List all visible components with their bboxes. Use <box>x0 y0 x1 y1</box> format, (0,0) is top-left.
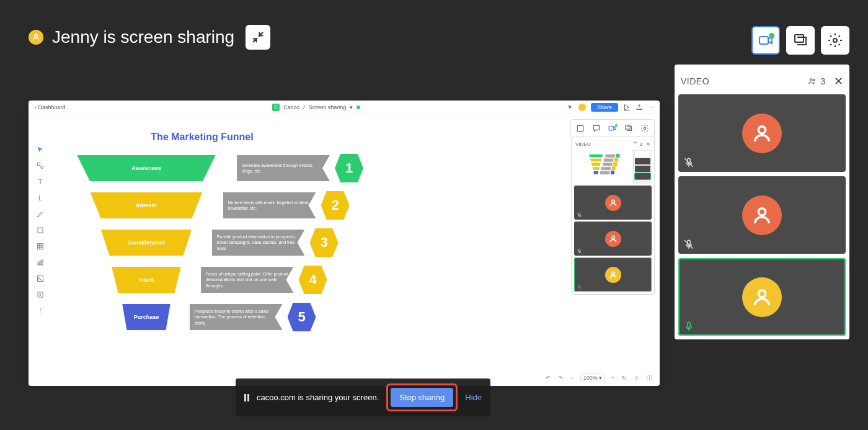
presenter-avatar <box>29 30 43 45</box>
svg-rect-14 <box>577 125 583 131</box>
inner-video-tile[interactable] <box>574 186 652 220</box>
present-button[interactable] <box>786 26 815 55</box>
stage-description: Generate awareness through events, blogs… <box>237 155 330 181</box>
sticky-tool[interactable] <box>33 223 47 237</box>
stage-label: Intent <box>106 267 187 293</box>
inner-video-tile[interactable] <box>574 258 652 292</box>
select-tool[interactable] <box>33 143 47 156</box>
gear-icon[interactable] <box>638 122 652 135</box>
sharing-status: cacoo.com is sharing your screen. <box>257 393 379 402</box>
sharing-status-text: Jenny is screen sharing <box>52 27 234 47</box>
inner-video-tile[interactable] <box>574 150 652 184</box>
chart-title: The Marketing Funnel <box>41 132 363 143</box>
video-tile[interactable] <box>678 176 846 254</box>
svg-point-12 <box>758 290 765 297</box>
svg-point-33 <box>611 236 614 239</box>
undo-icon[interactable]: ↶ <box>544 375 552 381</box>
close-video-panel[interactable]: ✕ <box>834 74 843 88</box>
zoom-level[interactable]: 100% ▾ <box>580 374 605 382</box>
redo-icon[interactable]: ↷ <box>557 375 564 381</box>
present-icon[interactable] <box>622 122 636 135</box>
settings-button[interactable] <box>821 26 849 55</box>
inner-participant-count: 3 <box>632 141 642 147</box>
user-avatar <box>742 114 782 153</box>
svg-rect-21 <box>38 244 43 249</box>
cacoo-logo: C <box>272 104 280 111</box>
image-tool[interactable] <box>33 272 47 285</box>
export-icon[interactable] <box>636 104 643 111</box>
table-tool[interactable] <box>33 240 47 253</box>
line-tool[interactable]: L <box>33 191 47 205</box>
svg-rect-37 <box>578 285 580 287</box>
funnel-stage: Intent Focus of unique selling point. Of… <box>106 266 363 294</box>
svg-rect-13 <box>688 322 691 327</box>
mic-icon <box>683 239 694 250</box>
stage-number: 3 <box>310 228 339 257</box>
stop-sharing-highlight: Stop sharing <box>386 383 458 411</box>
inner-video-panel: VIDEO 3 ✕ <box>571 137 655 295</box>
pen-tool[interactable] <box>33 207 47 221</box>
mic-icon <box>683 321 694 332</box>
svg-point-5 <box>813 79 815 81</box>
svg-rect-18 <box>38 163 40 166</box>
compress-button[interactable] <box>246 25 270 50</box>
video-panel-header: VIDEO 3 ✕ <box>678 68 846 94</box>
funnel-stage: Interest Nurture leads with email, targe… <box>81 191 363 220</box>
stage-number: 4 <box>299 266 327 294</box>
stage-description: Focus of unique selling point. Offer pro… <box>201 267 294 293</box>
pause-icon[interactable] <box>244 394 249 401</box>
sheet-icon[interactable] <box>574 122 587 135</box>
breadcrumb[interactable]: C Cacoo / Screen sharing ▾ <box>272 104 360 111</box>
video-status-dot <box>769 33 774 38</box>
svg-rect-23 <box>40 261 41 265</box>
import-tool[interactable] <box>33 288 47 302</box>
stage-description: Nurture leads with email, targeted conte… <box>223 192 316 218</box>
chevron-down-icon[interactable]: ▾ <box>350 104 353 110</box>
hide-link[interactable]: Hide <box>465 393 482 402</box>
history-icon[interactable]: ↻ <box>621 375 628 381</box>
svg-point-26 <box>39 277 40 279</box>
video-tile[interactable] <box>678 258 846 336</box>
stage-label: Awareness <box>66 155 227 181</box>
text-tool[interactable]: T <box>33 175 47 189</box>
video-toggle-button[interactable] <box>751 26 780 55</box>
zoom-in-icon[interactable]: + <box>610 375 616 381</box>
zoom-out-icon[interactable]: − <box>569 375 575 381</box>
stage-number: 5 <box>288 303 316 331</box>
svg-rect-2 <box>795 35 804 42</box>
svg-rect-1 <box>760 37 768 44</box>
fit-icon[interactable]: ⊹ <box>633 375 640 381</box>
stage-number: 2 <box>321 191 350 220</box>
svg-point-30 <box>611 200 614 203</box>
shape-tool[interactable] <box>33 159 47 172</box>
play-icon[interactable] <box>623 104 631 111</box>
inner-video-title: VIDEO <box>575 141 591 147</box>
funnel-stage: Consideration Provide product informatio… <box>94 228 363 257</box>
participant-count: 3 <box>807 76 825 86</box>
user-avatar <box>605 267 621 283</box>
stage-number: 1 <box>335 154 363 182</box>
user-avatar <box>605 195 621 211</box>
video-tile[interactable] <box>678 94 846 172</box>
comment-icon[interactable] <box>590 122 603 135</box>
stop-sharing-button[interactable]: Stop sharing <box>391 388 453 407</box>
more-icon[interactable]: ⋯ <box>648 104 653 110</box>
svg-point-29 <box>636 142 637 143</box>
pointer-icon[interactable] <box>567 104 574 110</box>
share-button[interactable]: Share <box>591 103 618 112</box>
stage-label: Interest <box>81 192 211 218</box>
inner-video-tile[interactable] <box>574 222 652 256</box>
inner-close-icon[interactable]: ✕ <box>646 141 650 147</box>
status-dot <box>356 105 360 109</box>
user-avatar-small[interactable] <box>578 104 586 111</box>
chart-tool[interactable] <box>33 256 47 269</box>
top-toolbar <box>751 26 849 55</box>
video-tiles <box>678 94 846 336</box>
camera-icon[interactable] <box>606 122 619 135</box>
help-icon[interactable]: ⓘ <box>645 374 653 382</box>
back-link[interactable]: ‹ Dashboard <box>35 104 66 110</box>
svg-point-9 <box>758 208 765 215</box>
user-avatar <box>742 277 782 317</box>
mic-icon <box>577 284 582 290</box>
more-tools[interactable]: ⋮ <box>33 304 47 318</box>
